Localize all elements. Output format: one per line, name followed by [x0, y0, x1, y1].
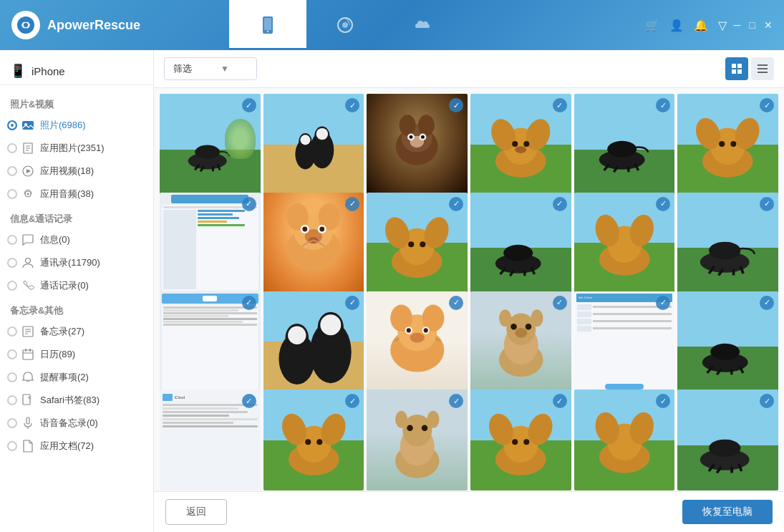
restore-button[interactable]: 恢复至电脑	[682, 500, 773, 524]
filter-dropdown[interactable]: 筛选 ▼	[164, 57, 257, 80]
bottom-bar: 返回 恢复至电脑	[154, 491, 784, 532]
radio-contacts	[7, 258, 17, 268]
svg-point-151	[512, 439, 518, 445]
photo-cell-15[interactable]: ✓	[367, 291, 468, 392]
photo-cell-20[interactable]: ✓	[263, 390, 364, 490]
photo-cell-11[interactable]: ✓	[574, 193, 675, 294]
device-name: iPhone	[32, 65, 65, 77]
close-btn[interactable]: ✕	[764, 19, 773, 31]
sidebar-item-calendar[interactable]: 日历(89)	[0, 343, 153, 366]
sidebar-item-app-audio[interactable]: 应用音频(38)	[0, 183, 153, 205]
toolbar: 筛选 ▼	[154, 50, 784, 88]
sidebar-item-app-images[interactable]: 应用图片(2351)	[0, 137, 153, 160]
minimize-btn[interactable]: ─	[734, 19, 741, 31]
user-icon[interactable]: 👤	[669, 19, 684, 32]
photo-cell-24[interactable]: ✓	[677, 390, 778, 490]
photo-cell-17[interactable]: Info Online ✓	[574, 291, 675, 392]
radio-notes	[7, 327, 17, 337]
photo-cell-4[interactable]: ✓	[470, 94, 571, 195]
sidebar-item-contacts[interactable]: 通讯录(11790)	[0, 251, 153, 274]
sidebar-item-messages[interactable]: 信息(0)	[0, 228, 153, 251]
tab-phone[interactable]	[229, 0, 306, 50]
photo-cell-9[interactable]: ✓	[367, 193, 468, 294]
check-icon-8: ✓	[345, 197, 359, 211]
sidebar-item-reminders[interactable]: 提醒事项(2)	[0, 366, 153, 389]
tab-music[interactable]	[306, 0, 384, 50]
svg-point-123	[510, 324, 517, 330]
check-icon-6: ✓	[760, 98, 774, 112]
svg-point-145	[395, 411, 407, 428]
check-icon-14: ✓	[345, 296, 359, 310]
radio-app-videos	[7, 166, 17, 176]
back-button[interactable]: 返回	[165, 499, 227, 525]
sidebar-item-app-videos[interactable]: 应用视频(18)	[0, 160, 153, 183]
call-logs-label: 通话记录(0)	[40, 279, 143, 292]
photo-cell-14[interactable]: ✓	[263, 291, 364, 392]
photo-cell-8[interactable]: ✓	[263, 193, 364, 294]
svg-point-129	[711, 344, 740, 360]
filter-icon[interactable]: ▽	[718, 19, 727, 32]
maximize-btn[interactable]: □	[750, 19, 755, 31]
photo-cell-5[interactable]: ✓	[574, 94, 675, 195]
svg-point-100	[709, 242, 740, 260]
app-docs-label: 应用文档(72)	[40, 440, 143, 453]
check-icon-19: ✓	[242, 394, 256, 408]
svg-rect-26	[732, 64, 736, 68]
svg-point-81	[320, 227, 325, 232]
photo-cell-2[interactable]: ✓	[263, 94, 364, 195]
cart-icon[interactable]: 🛒	[645, 19, 659, 32]
photo-cell-23[interactable]: ✓	[574, 390, 675, 490]
sidebar-item-notes[interactable]: 备忘录(27)	[0, 320, 153, 343]
bell-icon[interactable]: 🔔	[694, 19, 708, 32]
svg-point-119	[410, 333, 424, 343]
photo-cell-22[interactable]: ✓	[470, 390, 571, 490]
photo-cell-21[interactable]: ✓	[367, 390, 468, 490]
radio-calendar	[7, 349, 17, 359]
logo-area: ApowerRescue	[0, 11, 229, 39]
photo-cell-12[interactable]: ✓	[677, 193, 778, 294]
svg-point-1	[24, 23, 28, 27]
svg-point-72	[731, 141, 737, 147]
svg-point-124	[525, 324, 531, 330]
check-icon-18: ✓	[760, 296, 774, 310]
grid-view-btn[interactable]	[725, 57, 748, 80]
photo-cell-6[interactable]: ✓	[677, 94, 778, 195]
photo-cell-19[interactable]: iCloud ✓	[160, 390, 261, 490]
svg-rect-3	[264, 18, 271, 30]
photo-cell-18[interactable]: ✓	[677, 291, 778, 392]
sidebar-item-call-logs[interactable]: 通话记录(0)	[0, 274, 153, 297]
svg-point-107	[288, 326, 306, 344]
sidebar-item-voice-memos[interactable]: 语音备忘录(0)	[0, 412, 153, 435]
sidebar-item-safari[interactable]: Safari书签(83)	[0, 389, 153, 412]
photo-cell-10[interactable]: ✓	[470, 193, 571, 294]
svg-point-48	[418, 115, 435, 136]
photo-cell-7[interactable]: ✓	[160, 193, 261, 294]
nav-tabs	[229, 0, 645, 50]
svg-rect-31	[758, 68, 768, 69]
svg-rect-27	[737, 64, 742, 68]
photo-cell-1[interactable]: ✓	[160, 94, 261, 195]
svg-point-138	[305, 439, 311, 445]
radio-app-images	[7, 143, 17, 153]
window-controls: ─ □ ✕	[734, 19, 784, 31]
svg-point-87	[409, 242, 415, 248]
photo-cell-16[interactable]: ✓	[470, 291, 571, 392]
svg-point-4	[267, 31, 268, 32]
svg-point-51	[410, 135, 413, 139]
svg-point-13	[26, 258, 31, 263]
check-icon-7: ✓	[242, 197, 256, 211]
safari-label: Safari书签(83)	[40, 394, 143, 407]
contacts-label: 通讯录(11790)	[40, 256, 143, 269]
svg-marker-23	[27, 397, 30, 400]
check-icon-22: ✓	[553, 394, 567, 408]
sidebar-item-photos[interactable]: 照片(6986)	[0, 114, 153, 137]
list-view-btn[interactable]	[751, 57, 774, 80]
tab-cloud[interactable]	[384, 0, 461, 50]
svg-point-127	[531, 309, 543, 327]
sidebar-item-app-docs[interactable]: 应用文档(72)	[0, 435, 153, 458]
photo-cell-13[interactable]: ✓	[160, 291, 261, 392]
photo-cell-3[interactable]: ✓	[367, 94, 468, 195]
photos-label: 照片(6986)	[40, 119, 143, 132]
svg-point-53	[421, 135, 425, 139]
check-icon-15: ✓	[449, 296, 463, 310]
